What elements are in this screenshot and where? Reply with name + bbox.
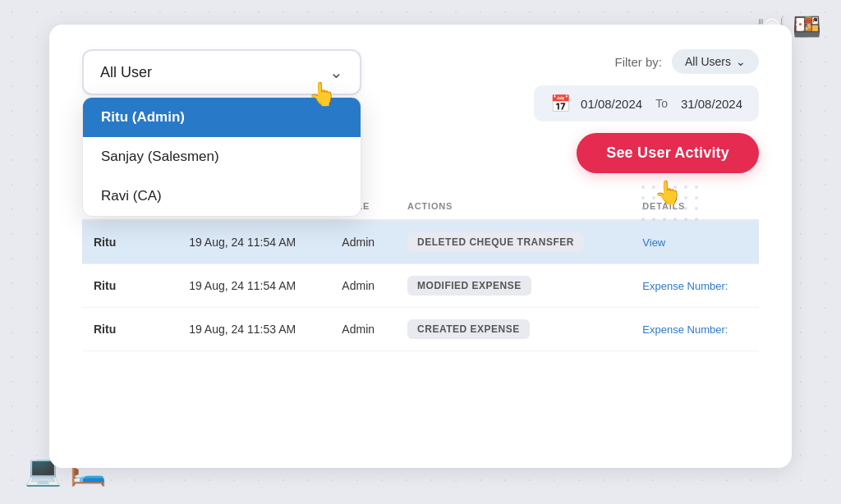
user-dropdown-trigger[interactable]: All User ⌄ 👆 [82, 49, 361, 95]
date-to: 31/08/2024 [681, 97, 742, 111]
top-row: All User ⌄ 👆 Ritu (Admin) Sanjay (Salesm… [82, 49, 759, 173]
action-badge: DELETED CHEQUE TRANSFER [407, 232, 584, 252]
details-link[interactable]: Expense Number: [642, 280, 728, 292]
row-datetime: 19 Aug, 24 11:53 AM [177, 308, 330, 351]
row-action: DELETED CHEQUE TRANSFER [396, 220, 631, 264]
table-row: Ritu 19 Aug, 24 11:54 AM Admin MODIFIED … [82, 264, 759, 308]
date-to-label: To [652, 97, 671, 110]
table-body: Ritu 19 Aug, 24 11:54 AM Admin DELETED C… [82, 220, 759, 351]
row-name: Ritu [82, 308, 177, 351]
see-activity-btn-wrapper: See User Activity 👆 [577, 133, 759, 173]
filter-value: All Users [685, 55, 731, 68]
food-icon: 🍱 [793, 13, 821, 40]
table-row: Ritu 19 Aug, 24 11:54 AM Admin DELETED C… [82, 220, 759, 264]
row-role: Admin [330, 220, 396, 264]
filter-chevron-icon: ⌄ [736, 55, 746, 68]
date-range-row: 📅 01/08/2024 To 31/08/2024 [534, 85, 759, 121]
action-badge: CREATED EXPENSE [407, 319, 530, 339]
col-header-actions: ACTIONS [396, 193, 631, 220]
filter-by-label: Filter by: [614, 55, 662, 69]
date-from: 01/08/2024 [581, 97, 642, 111]
filter-row: Filter by: All Users ⌄ [614, 49, 759, 74]
row-name: Ritu [82, 220, 177, 264]
details-link[interactable]: View [642, 236, 665, 249]
details-link[interactable]: Expense Number: [642, 323, 728, 336]
action-badge: MODIFIED EXPENSE [407, 276, 531, 296]
row-details: View [631, 220, 759, 264]
see-user-activity-button[interactable]: See User Activity [577, 133, 759, 173]
row-datetime: 19 Aug, 24 11:54 AM [177, 264, 330, 308]
right-section: Filter by: All Users ⌄ 📅 01/08/2024 To 3… [394, 49, 759, 173]
row-details: Expense Number: [631, 308, 759, 351]
chevron-down-icon: ⌄ [329, 62, 343, 82]
table-row: Ritu 19 Aug, 24 11:53 AM Admin CREATED E… [82, 308, 759, 351]
cursor-hand-button-icon: 👆 [654, 179, 682, 206]
cursor-hand-dropdown-icon: 👆 [308, 80, 337, 108]
row-action: CREATED EXPENSE [396, 308, 631, 351]
row-name: Ritu [82, 264, 177, 308]
row-role: Admin [330, 308, 396, 351]
main-container: All User ⌄ 👆 Ritu (Admin) Sanjay (Salesm… [49, 25, 792, 468]
row-action: MODIFIED EXPENSE [396, 264, 631, 308]
dropdown-item-sanjay[interactable]: Sanjay (Salesmen) [83, 137, 361, 176]
calendar-icon: 📅 [550, 94, 571, 113]
row-datetime: 19 Aug, 24 11:54 AM [177, 220, 330, 264]
all-users-filter-button[interactable]: All Users ⌄ [672, 49, 759, 74]
dropdown-selected-label: All User [100, 64, 152, 81]
row-role: Admin [330, 264, 396, 308]
user-dropdown-section: All User ⌄ 👆 Ritu (Admin) Sanjay (Salesm… [82, 49, 361, 95]
user-dropdown-menu: Ritu (Admin) Sanjay (Salesmen) Ravi (CA) [82, 97, 361, 217]
dropdown-item-ravi[interactable]: Ravi (CA) [83, 176, 361, 216]
row-details: Expense Number: [631, 264, 759, 308]
